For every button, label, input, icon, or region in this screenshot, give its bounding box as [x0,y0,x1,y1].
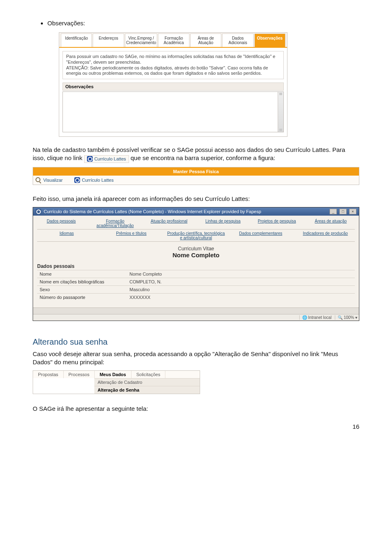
tab-observa-es[interactable]: Observações [254,33,285,47]
info-box: Para possuir um cadastro no SAGe, no mín… [62,51,284,79]
heading-bullet: Observações: [47,20,85,27]
para1-after: que se encontra na barra superior, confo… [131,154,275,161]
menu-propostas[interactable]: Propostas [33,371,64,378]
cv-nav-row2: IdiomasPrêmios e títulosProdução científ… [37,230,355,242]
window-titlebar: Currículo do Sistema de Currículos Latte… [33,207,359,216]
cv-nav-projetos-de-pesquisa[interactable]: Projetos de pesquisa [253,219,301,228]
para2: Feito isso, uma janela irá aparecer com … [33,195,359,203]
curriculo-lattes-label: Currículo Lattes [82,178,114,183]
visualizar-link[interactable]: Visualizar [36,177,63,183]
cv-nav-idiomas[interactable]: Idiomas [37,231,96,241]
tab--reas-de-atua-o[interactable]: Áreas de Atuação [190,33,221,47]
cv-nav--reas-de-atua-o[interactable]: Áreas de atuação [307,219,355,228]
menu-meus-dados[interactable]: Meus Dados [95,371,131,378]
visualizar-label: Visualizar [43,178,63,183]
lattes-icon [87,156,93,162]
cv-name: Nome Completo [37,252,355,258]
cv-nav-row1: Dados pessoaisFormação acadêmica/Titulaç… [37,218,355,229]
screenshot-ie-window: Currículo do Sistema de Currículos Latte… [33,207,359,321]
submenu: Alteração de CadastroAlteração de Senha [33,378,200,394]
cv-nav-atua-o-profissional[interactable]: Atuação profissional [145,219,193,228]
close-button[interactable]: × [349,209,356,214]
minimize-button[interactable]: _ [330,209,337,214]
tabs-row: IdentificaçãoEndereçosVinc.Empreg / Cred… [59,33,287,48]
screenshot-manter-bar: Manter Pessoa Física Visualizar Currícul… [33,167,359,185]
table-row: SexoMasculino [37,285,355,293]
cv-personal-table: NomeNome CompletoNome em citações biblio… [37,270,355,301]
cv-nav-dados-complementares[interactable]: Dados complementares [231,231,290,241]
heading-alterando-senha: Alterando sua senha [33,337,359,347]
ie-icon [36,209,41,214]
observacoes-textarea[interactable] [62,91,284,132]
scrollbar[interactable] [278,92,283,132]
para4: O SAGe irá lhe apresentar a seguinte tel… [33,405,359,413]
status-bar: 🌐 Intranet local 🔍 100% ▾ [33,314,359,321]
magnifier-icon [36,177,41,183]
status-intranet-label: Intranet local [308,315,332,320]
cv-nav-forma-o-acad-mica-titula-o[interactable]: Formação acadêmica/Titulação [91,219,139,228]
submenu-altera-o-de-senha[interactable]: Alteração de Senha [94,386,200,394]
menu-bar: PropostasProcessosMeus DadosSolicitações [33,371,200,378]
manter-header: Manter Pessoa Física [33,167,359,176]
screenshot-menu: PropostasProcessosMeus DadosSolicitações… [33,370,200,394]
status-zoom-value: 100% [344,315,354,320]
cv-nav-linhas-de-pesquisa[interactable]: Linhas de pesquisa [199,219,247,228]
cv-section-title: Dados pessoais [37,263,355,269]
tab-forma-o-acad-mica[interactable]: Formação Acadêmica [158,33,189,47]
tab-vinc-empreg-credenciamento[interactable]: Vinc.Empreg / Credenciamento [125,33,157,47]
menu-solicita-es[interactable]: Solicitações [131,371,166,378]
tab-dados-adicionais[interactable]: Dados Adicionais [222,33,253,47]
horizontal-scrollbar[interactable] [33,307,359,314]
status-intranet: 🌐 Intranet local [299,315,332,320]
submenu-altera-o-de-cadastro[interactable]: Alteração de Cadastro [94,378,200,386]
cv-nav-pr-mios-e-t-tulos[interactable]: Prêmios e títulos [102,231,160,241]
table-row: Número do passaporteXXXXXXX [37,293,355,301]
window-title: Currículo do Sistema de Currículos Latte… [44,209,327,214]
curriculo-lattes-inline-label: Currículo Lattes [94,156,126,162]
cv-subtitle: Curriculum Vitae [37,246,355,252]
cv-nav-dados-pessoais[interactable]: Dados pessoais [37,219,85,228]
maximize-button[interactable]: □ [339,209,347,214]
observacoes-section-title: Observações [62,82,284,91]
para3: Caso você deseje alterar sua senha, proc… [33,350,359,367]
menu-processos[interactable]: Processos [64,371,95,378]
tab-identifica-o[interactable]: Identificação [61,33,92,47]
tab-endere-os[interactable]: Endereços [93,33,124,47]
cv-nav-produ-o-cient-fica-tecnol-gica-e-art-stica-cultural[interactable]: Produção científica, tecnológica e artís… [167,231,225,241]
curriculo-lattes-inline-link[interactable]: Currículo Lattes [84,155,129,163]
screenshot-observacoes-panel: IdentificaçãoEndereçosVinc.Empreg / Cred… [59,32,287,137]
page-number: 16 [33,423,359,430]
status-zoom[interactable]: 🔍 100% ▾ [335,315,357,320]
lattes-icon [74,177,80,183]
curriculo-lattes-link[interactable]: Currículo Lattes [74,177,114,183]
table-row: Nome em citações bibliográficasCOMPLETO,… [37,278,355,285]
table-row: NomeNome Completo [37,270,355,278]
cv-nav-indicadores-de-produ-o[interactable]: Indicadores de produção [296,231,355,241]
